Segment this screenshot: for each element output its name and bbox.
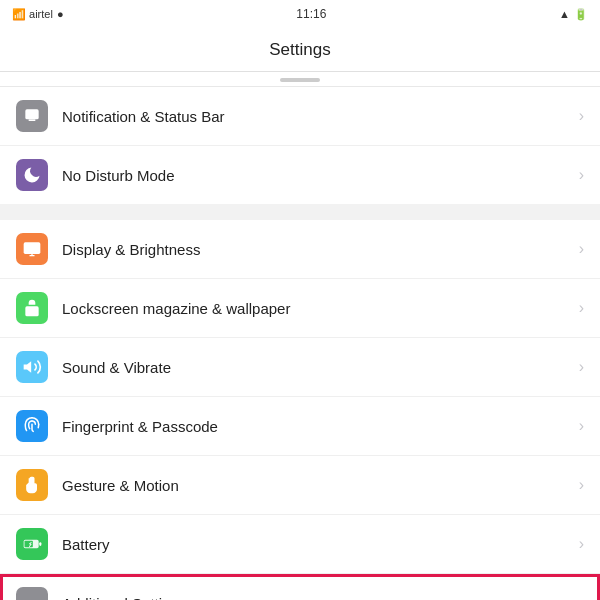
status-right: ▲ 🔋 xyxy=(559,8,588,21)
battery-setting-icon xyxy=(22,534,42,554)
gesture-icon-wrap xyxy=(16,469,48,501)
moon-icon xyxy=(22,165,42,185)
display-icon-wrap xyxy=(16,233,48,265)
sound-vibrate-label: Sound & Vibrate xyxy=(62,359,579,376)
item-notification-status-bar[interactable]: Notification & Status Bar › xyxy=(0,87,600,146)
lockscreen-label: Lockscreen magazine & wallpaper xyxy=(62,300,579,317)
wifi-icon: ● xyxy=(57,8,64,20)
chevron-display: › xyxy=(579,240,584,258)
item-lockscreen[interactable]: Lockscreen magazine & wallpaper › xyxy=(0,279,600,338)
svg-rect-0 xyxy=(25,109,38,119)
page-title-bar: Settings xyxy=(0,28,600,72)
chevron-no-disturb: › xyxy=(579,166,584,184)
additional-icon-wrap xyxy=(16,587,48,600)
display-icon xyxy=(22,239,42,259)
fingerprint-label: Fingerprint & Passcode xyxy=(62,418,579,435)
gesture-label: Gesture & Motion xyxy=(62,477,579,494)
notification-icon xyxy=(22,106,42,126)
status-bar: 📶 airtel ● 11:16 ▲ 🔋 xyxy=(0,0,600,28)
chevron-notification: › xyxy=(579,107,584,125)
fingerprint-icon xyxy=(22,416,42,436)
additional-settings-label: Additional Settings xyxy=(62,595,579,601)
item-additional-settings[interactable]: Additional Settings › xyxy=(0,574,600,600)
item-fingerprint[interactable]: Fingerprint & Passcode › xyxy=(0,397,600,456)
chevron-gesture: › xyxy=(579,476,584,494)
fingerprint-icon-wrap xyxy=(16,410,48,442)
carrier-text: 📶 airtel xyxy=(12,8,53,21)
gesture-icon xyxy=(22,475,42,495)
sound-icon-wrap xyxy=(16,351,48,383)
svg-rect-1 xyxy=(24,242,41,254)
item-gesture[interactable]: Gesture & Motion › xyxy=(0,456,600,515)
scroll-handle xyxy=(280,78,320,82)
item-sound-vibrate[interactable]: Sound & Vibrate › xyxy=(0,338,600,397)
more-icon xyxy=(22,593,42,600)
item-no-disturb[interactable]: No Disturb Mode › xyxy=(0,146,600,204)
chevron-additional: › xyxy=(579,594,584,600)
no-disturb-icon-wrap xyxy=(16,159,48,191)
battery-label: Battery xyxy=(62,536,579,553)
svg-marker-4 xyxy=(24,361,32,373)
section-display: Display & Brightness › Lockscreen magazi… xyxy=(0,220,600,600)
battery-icon-wrap xyxy=(16,528,48,560)
item-display-brightness[interactable]: Display & Brightness › xyxy=(0,220,600,279)
chevron-lockscreen: › xyxy=(579,299,584,317)
chevron-battery: › xyxy=(579,535,584,553)
item-battery[interactable]: Battery › xyxy=(0,515,600,574)
signal-icon: ▲ xyxy=(559,8,570,20)
display-brightness-label: Display & Brightness xyxy=(62,241,579,258)
chevron-fingerprint: › xyxy=(579,417,584,435)
section-notifications: Notification & Status Bar › No Disturb M… xyxy=(0,87,600,204)
page-title: Settings xyxy=(269,40,330,60)
lockscreen-icon xyxy=(22,298,42,318)
battery-icon: 🔋 xyxy=(574,8,588,21)
status-time: 11:16 xyxy=(296,7,326,21)
status-left: 📶 airtel ● xyxy=(12,8,64,21)
no-disturb-label: No Disturb Mode xyxy=(62,167,579,184)
chevron-sound: › xyxy=(579,358,584,376)
sound-icon xyxy=(22,357,42,377)
scroll-indicator xyxy=(0,72,600,87)
section-divider-1 xyxy=(0,212,600,220)
notification-status-bar-label: Notification & Status Bar xyxy=(62,108,579,125)
lockscreen-icon-wrap xyxy=(16,292,48,324)
notification-icon-wrap xyxy=(16,100,48,132)
svg-point-3 xyxy=(30,310,33,313)
